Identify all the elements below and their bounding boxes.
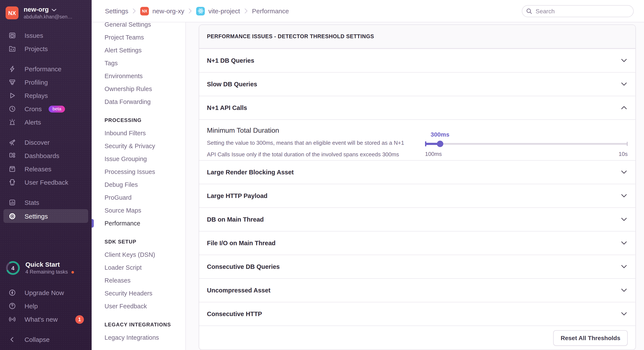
sidebar-item-label: Upgrade Now	[24, 289, 64, 296]
settings-nav-item[interactable]: Performance	[104, 217, 186, 230]
settings-nav-item[interactable]: Releases	[104, 274, 186, 287]
sidebar-item-whats-new[interactable]: What's new 1	[0, 313, 92, 326]
settings-nav-item[interactable]: Data Forwarding	[104, 95, 186, 108]
sidebar-item-alerts[interactable]: Alerts	[0, 116, 92, 129]
detector-row[interactable]: Consecutive DB Queries	[199, 255, 636, 278]
settings-nav-item[interactable]: Tags	[104, 57, 186, 70]
sidebar-item-discover[interactable]: Discover	[0, 136, 92, 149]
clock-icon	[8, 105, 16, 113]
detector-rows-bottom: Large Render Blocking Asset Large HTTP P…	[199, 160, 636, 326]
chevron-right-icon	[244, 8, 248, 14]
lightning-icon	[8, 65, 16, 73]
detector-rows-top: N+1 DB Queries Slow DB Queries	[199, 48, 636, 96]
upgrade-icon	[8, 289, 16, 296]
sidebar-collapse-button[interactable]: Collapse	[0, 333, 92, 346]
sidebar-item-projects[interactable]: Projects	[0, 42, 92, 55]
settings-nav-section: General SettingsProject TeamsAlert Setti…	[104, 22, 186, 108]
settings-nav-list: Client Keys (DSN)Loader ScriptReleasesSe…	[104, 248, 186, 313]
chevron-down-icon	[621, 171, 627, 174]
settings-nav-item[interactable]: Processing Issues	[104, 165, 186, 178]
setting-description: Setting the value to 300ms, means that a…	[207, 137, 411, 160]
settings-nav-item[interactable]: Debug Files	[104, 178, 186, 191]
sidebar-item-upgrade[interactable]: Upgrade Now	[0, 286, 92, 299]
reset-all-thresholds-button[interactable]: Reset All Thresholds	[554, 330, 628, 346]
settings-nav-section: LEGACY INTEGRATIONS Legacy Integrations	[104, 318, 186, 344]
settings-nav-item[interactable]: Alert Settings	[104, 44, 186, 57]
detector-label: File I/O on Main Thread	[207, 240, 276, 246]
search-input[interactable]	[522, 5, 634, 17]
chevron-up-icon	[621, 106, 627, 110]
settings-nav-heading: PROCESSING	[104, 114, 186, 127]
slider-rail	[425, 143, 628, 145]
breadcrumb-organization[interactable]: NX new-org-xy	[140, 7, 184, 15]
settings-nav-list: Inbound FiltersSecurity & PrivacyIssue G…	[104, 127, 186, 230]
top-header: Settings NX new-org-xy	[92, 0, 644, 22]
panel-title: PERFORMANCE ISSUES - DETECTOR THRESHOLD …	[207, 33, 374, 39]
duration-slider-track[interactable]	[425, 141, 628, 147]
sidebar-spacer	[0, 223, 92, 261]
chevron-left-icon	[8, 336, 16, 343]
settings-nav-item[interactable]: Legacy Integrations	[104, 331, 186, 344]
detector-row[interactable]: Consecutive HTTP	[199, 302, 636, 326]
detector-row[interactable]: Slow DB Queries	[199, 72, 636, 96]
breadcrumb-project[interactable]: vite-project	[196, 7, 240, 15]
settings-nav-item[interactable]: Ownership Rules	[104, 82, 186, 95]
settings-nav-item[interactable]: ProGuard	[104, 191, 186, 204]
org-avatar: NX	[6, 6, 18, 19]
settings-nav-item[interactable]: General Settings	[104, 22, 186, 31]
settings-nav-item[interactable]: Security Headers	[104, 287, 186, 300]
settings-nav-item[interactable]: Environments	[104, 70, 186, 82]
archive-icon	[8, 165, 16, 173]
detector-row[interactable]: File I/O on Main Thread	[199, 231, 636, 255]
settings-nav-item[interactable]: Security & Privacy	[104, 140, 186, 153]
settings-nav-item[interactable]: Inbound Filters	[104, 127, 186, 140]
chevron-down-icon	[621, 241, 627, 245]
detector-row[interactable]: Large HTTP Payload	[199, 184, 636, 207]
breadcrumb-settings[interactable]: Settings	[105, 7, 128, 14]
sidebar-item-stats[interactable]: Stats	[0, 196, 92, 209]
sidebar-item-releases[interactable]: Releases	[0, 162, 92, 176]
sidebar-item-profiling[interactable]: Profiling	[0, 76, 92, 89]
detector-row-expanded[interactable]: N+1 API Calls	[199, 96, 636, 119]
settings-nav-item[interactable]: Project Teams	[104, 31, 186, 44]
react-project-icon	[196, 7, 205, 15]
sidebar-item-label: Discover	[24, 139, 50, 146]
sidebar-item-issues[interactable]: Issues	[0, 29, 92, 42]
settings-nav-section: PROCESSING Inbound FiltersSecurity & Pri…	[104, 114, 186, 230]
sidebar-item-label: Crons	[24, 105, 42, 113]
sidebar-item-dashboards[interactable]: Dashboards	[0, 149, 92, 162]
telescope-icon	[8, 139, 16, 146]
settings-nav-item[interactable]: Source Maps	[104, 204, 186, 217]
sidebar-item-performance[interactable]: Performance	[0, 62, 92, 76]
search-icon	[526, 8, 532, 14]
duration-slider-thumb[interactable]	[437, 141, 443, 147]
org-switcher[interactable]: NX new-org abdullah.khan@sen…	[0, 0, 92, 24]
sidebar-item-label: Releases	[24, 165, 52, 173]
sidebar-item-settings[interactable]: Settings	[4, 209, 88, 223]
org-meta: new-org abdullah.khan@sen…	[24, 5, 72, 20]
slider-value-row: 300ms	[425, 131, 628, 139]
breadcrumb-label: vite-project	[208, 7, 240, 14]
settings-nav-item[interactable]: Issue Grouping	[104, 153, 186, 165]
detector-row[interactable]: DB on Main Thread	[199, 207, 636, 231]
detector-row[interactable]: N+1 DB Queries	[199, 48, 636, 72]
settings-nav-heading: LEGACY INTEGRATIONS	[104, 318, 186, 331]
quick-start[interactable]: 4 Quick Start 4 Remaining tasks	[0, 261, 92, 275]
settings-nav-item[interactable]: Loader Script	[104, 261, 186, 274]
whats-new-badge: 1	[75, 315, 84, 324]
sidebar-item-crons[interactable]: Crons beta	[0, 102, 92, 116]
feedback-icon	[8, 179, 16, 186]
detector-label: Slow DB Queries	[207, 81, 257, 88]
help-icon	[8, 302, 16, 310]
settings-nav-item[interactable]: Client Keys (DSN)	[104, 248, 186, 261]
settings-nav-item[interactable]: User Feedback	[104, 300, 186, 313]
sidebar-item-replays[interactable]: Replays	[0, 89, 92, 102]
breadcrumb-label: new-org-xy	[152, 7, 184, 14]
slider-value-label: 300ms	[430, 131, 449, 138]
slider-min-label: 100ms	[425, 151, 442, 157]
main-content: PERFORMANCE ISSUES - DETECTOR THRESHOLD …	[186, 22, 644, 350]
sidebar-item-user-feedback[interactable]: User Feedback	[0, 176, 92, 189]
detector-row[interactable]: Uncompressed Asset	[199, 278, 636, 302]
sidebar-item-help[interactable]: Help	[0, 299, 92, 313]
detector-row[interactable]: Large Render Blocking Asset	[199, 160, 636, 184]
